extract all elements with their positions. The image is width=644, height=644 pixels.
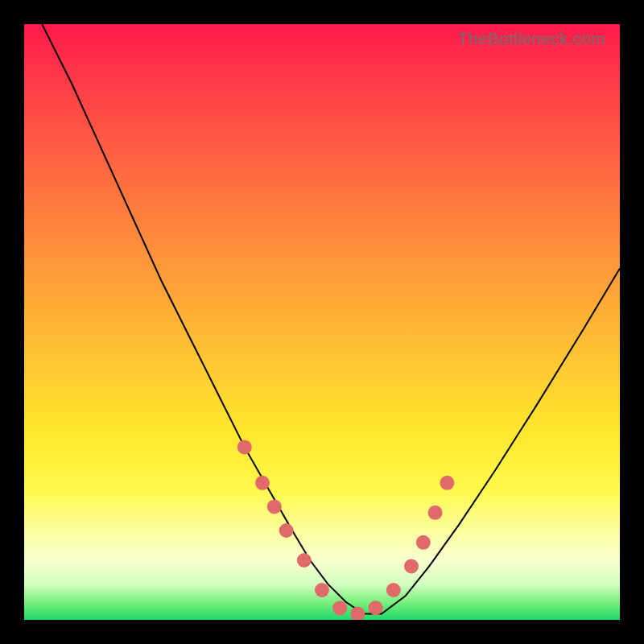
curve-layer [24, 24, 620, 620]
curve-marker [416, 535, 431, 550]
watermark-label: TheBottleneck.com [458, 29, 605, 48]
curve-marker [440, 476, 454, 490]
curve-marker [267, 499, 282, 514]
curve-marker [237, 440, 252, 454]
curve-marker [369, 601, 383, 615]
curve-marker [428, 506, 443, 520]
curve-marker [255, 476, 270, 490]
curve-marker [332, 601, 347, 615]
chart-frame: TheBottleneck.com [0, 0, 644, 644]
curve-marker [404, 559, 419, 573]
curve-marker [315, 583, 329, 597]
curve-marker [386, 583, 401, 597]
curve-marker [297, 553, 312, 568]
curve-marker [350, 607, 365, 620]
curve-marker [279, 523, 294, 538]
plot-area: TheBottleneck.com [24, 24, 620, 620]
bottleneck-curve [42, 24, 620, 614]
